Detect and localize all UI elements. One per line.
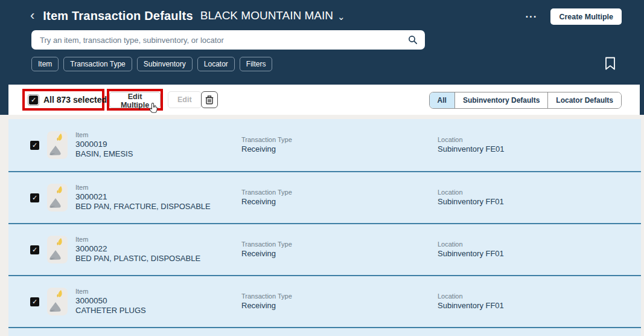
- row-checkbox[interactable]: ✓: [30, 297, 39, 306]
- org-selector[interactable]: BLACK MOUNTAIN MAIN ⌄: [200, 9, 345, 22]
- item-image-placeholder: [47, 288, 68, 315]
- item-label: Item: [75, 236, 200, 243]
- location-value: Subinventory FF01: [438, 249, 504, 259]
- transaction-type-label: Transaction Type: [241, 292, 292, 300]
- item-label: Item: [75, 184, 211, 191]
- item-number: 3000050: [75, 296, 146, 306]
- tab-subinventory-defaults[interactable]: Subinventory Defaults: [454, 92, 547, 108]
- chip-subinventory[interactable]: Subinventory: [137, 57, 193, 71]
- item-image-placeholder: [47, 236, 68, 263]
- item-image-placeholder: [47, 131, 68, 159]
- transaction-type-value: Receiving: [241, 144, 292, 154]
- selection-count-label: All 873 selected: [43, 95, 107, 105]
- location-label: Location: [438, 189, 504, 196]
- annotation-highlight-select-all: ✓ All 873 selected: [22, 89, 104, 111]
- chip-transaction-type[interactable]: Transaction Type: [63, 57, 132, 71]
- results-list: ✓ Item 3000019 BASIN, EMESIS Transaction…: [8, 119, 641, 336]
- item-image-placeholder: [47, 184, 68, 212]
- item-description: BASIN, EMESIS: [75, 149, 133, 159]
- table-row[interactable]: ✓ Item 3000022 BED PAN, PLASTIC, DISPOSA…: [8, 223, 641, 275]
- location-cell: Location Subinventory FF01: [438, 241, 504, 259]
- org-name: BLACK MOUNTAIN MAIN: [200, 9, 333, 22]
- edit-button[interactable]: Edit: [168, 91, 202, 108]
- transaction-type-value: Receiving: [241, 197, 292, 207]
- location-cell: Location Subinventory FF01: [438, 292, 504, 311]
- selection-toolbar: ✓ All 873 selected Edit Multiple Edit Al…: [8, 85, 640, 115]
- transaction-type-cell: Transaction Type Receiving: [241, 136, 292, 154]
- transaction-type-label: Transaction Type: [241, 189, 292, 196]
- table-row[interactable]: ✓ Item 3000050 CATHETER PLUGS Transactio…: [8, 275, 641, 327]
- item-description: BED PAN, FRACTURE, DISPOSABLE: [75, 202, 211, 212]
- search-input[interactable]: [40, 36, 408, 45]
- location-label: Location: [438, 292, 504, 300]
- item-number: 3000022: [75, 244, 200, 254]
- select-all-checkbox[interactable]: ✓: [29, 95, 38, 105]
- row-checkbox[interactable]: ✓: [30, 141, 39, 150]
- chip-filters[interactable]: Filters: [240, 57, 273, 71]
- transaction-type-value: Receiving: [241, 249, 292, 259]
- tab-locator-defaults[interactable]: Locator Defaults: [547, 92, 621, 108]
- edit-multiple-button[interactable]: Edit Multiple: [109, 92, 161, 108]
- page-title: Item Transaction Defaults: [43, 9, 193, 23]
- delete-button[interactable]: [201, 91, 218, 108]
- transaction-type-value: Receiving: [241, 301, 292, 311]
- header-actions: ··· Create Multiple: [525, 8, 622, 25]
- view-tabs: All Subinventory Defaults Locator Defaul…: [429, 92, 622, 109]
- chip-locator[interactable]: Locator: [197, 57, 235, 71]
- location-cell: Location Subinventory FF01: [438, 189, 504, 207]
- item-description: CATHETER PLUGS: [75, 306, 146, 315]
- item-description: BED PAN, PLASTIC, DISPOSABLE: [75, 254, 200, 263]
- back-icon[interactable]: ‹: [29, 8, 36, 24]
- bookmark-icon[interactable]: [605, 57, 616, 70]
- chevron-down-icon: ⌄: [337, 11, 345, 22]
- row-checkbox[interactable]: ✓: [30, 245, 39, 254]
- location-label: Location: [438, 241, 504, 248]
- item-cell: Item 3000019 BASIN, EMESIS: [75, 131, 133, 159]
- tab-all[interactable]: All: [430, 92, 454, 108]
- transaction-type-label: Transaction Type: [241, 241, 292, 248]
- table-row[interactable]: ✓ Item 3000021 BED PAN, FRACTURE, DISPOS…: [8, 171, 641, 223]
- annotation-highlight-edit-multiple: Edit Multiple: [107, 89, 163, 111]
- create-multiple-button[interactable]: Create Multiple: [550, 8, 622, 25]
- location-label: Location: [438, 136, 505, 143]
- item-label: Item: [75, 131, 133, 138]
- location-cell: Location Subinventory FE01: [438, 136, 505, 154]
- chip-item[interactable]: Item: [31, 57, 59, 71]
- row-checkbox[interactable]: ✓: [30, 193, 39, 202]
- location-value: Subinventory FE01: [438, 144, 505, 154]
- table-row[interactable]: ✓ Item 3000019 BASIN, EMESIS Transaction…: [8, 119, 641, 171]
- item-cell: Item 3000050 CATHETER PLUGS: [75, 288, 146, 315]
- location-value: Subinventory FF01: [438, 197, 504, 207]
- title-row: ‹ Item Transaction Defaults BLACK MOUNTA…: [29, 8, 345, 24]
- transaction-type-cell: Transaction Type Receiving: [241, 189, 292, 207]
- filter-chips: Item Transaction Type Subinventory Locat…: [31, 57, 272, 71]
- search-icon[interactable]: [408, 35, 418, 45]
- item-label: Item: [75, 288, 146, 295]
- trash-icon: [205, 95, 214, 105]
- table-row-partial[interactable]: [8, 327, 641, 336]
- item-number: 3000019: [75, 140, 133, 149]
- transaction-type-cell: Transaction Type Receiving: [241, 292, 292, 311]
- item-number: 3000021: [75, 192, 211, 202]
- item-cell: Item 3000021 BED PAN, FRACTURE, DISPOSAB…: [75, 184, 211, 212]
- more-actions-icon[interactable]: ···: [525, 11, 537, 23]
- search-bar: [31, 30, 425, 50]
- transaction-type-label: Transaction Type: [241, 136, 292, 143]
- transaction-type-cell: Transaction Type Receiving: [241, 241, 292, 259]
- location-value: Subinventory FF01: [438, 301, 504, 311]
- item-cell: Item 3000022 BED PAN, PLASTIC, DISPOSABL…: [75, 236, 200, 263]
